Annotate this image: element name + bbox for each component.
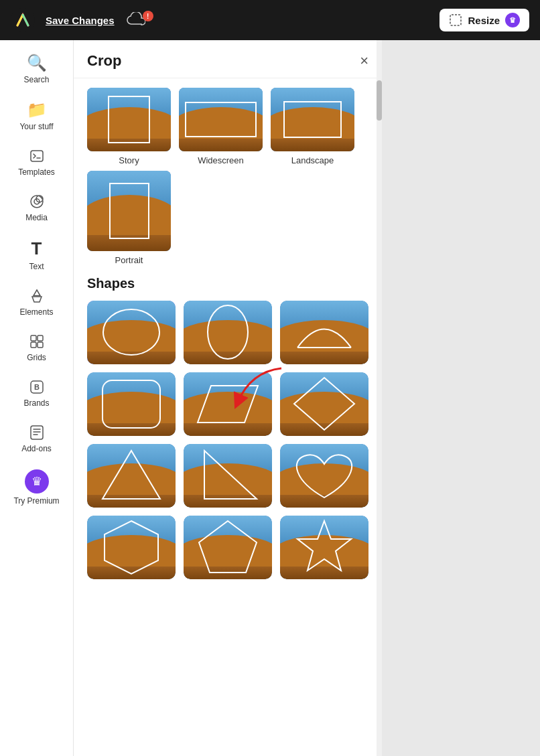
shape-item-ellipse-tall[interactable] bbox=[184, 301, 272, 364]
search-icon: 🔍 bbox=[27, 54, 47, 72]
sidebar-item-brands[interactable]: B Brands bbox=[7, 372, 67, 414]
crop-item-story[interactable]: Story bbox=[87, 88, 171, 165]
sidebar-item-text[interactable]: T Text bbox=[7, 232, 67, 278]
premium-crown: ♛ bbox=[505, 13, 520, 27]
sidebar-item-grids-label: Grids bbox=[27, 353, 46, 362]
sidebar-item-try-premium-label: Try Premium bbox=[13, 496, 59, 506]
text-icon: T bbox=[31, 238, 42, 259]
notification-badge: ! bbox=[143, 11, 153, 21]
crop-grid-portrait: Portrait bbox=[87, 171, 368, 265]
svg-rect-11 bbox=[31, 426, 43, 439]
sidebar: 🔍 Search 📁 Your stuff Templates Media T bbox=[0, 40, 74, 756]
shape-thumb-diamond bbox=[280, 372, 368, 436]
sidebar-item-your-stuff[interactable]: 📁 Your stuff bbox=[7, 94, 67, 138]
resize-label: Resize bbox=[468, 15, 500, 26]
sidebar-item-search[interactable]: 🔍 Search bbox=[7, 47, 67, 91]
shape-item-pentagon[interactable] bbox=[184, 516, 272, 579]
svg-marker-18 bbox=[103, 451, 160, 499]
sidebar-item-media[interactable]: Media bbox=[7, 186, 67, 229]
shape-item-right-triangle[interactable] bbox=[184, 444, 272, 508]
crop-item-landscape[interactable]: Landscape bbox=[271, 88, 354, 165]
crop-frame-landscape bbox=[283, 101, 342, 138]
star-frame bbox=[280, 516, 368, 579]
sidebar-item-elements-label: Elements bbox=[19, 307, 53, 317]
shapes-section: Shapes bbox=[87, 276, 368, 579]
hexagon-frame bbox=[87, 516, 176, 579]
crop-label-landscape: Landscape bbox=[291, 155, 334, 165]
diamond-frame bbox=[280, 372, 368, 436]
shape-thumb-hexagon bbox=[87, 516, 176, 579]
shapes-section-title: Shapes bbox=[87, 276, 368, 291]
grids-icon bbox=[28, 333, 46, 350]
shapes-grid bbox=[87, 301, 368, 579]
close-button[interactable]: × bbox=[360, 52, 368, 70]
crop-label-widescreen: Widescreen bbox=[198, 155, 244, 165]
elements-icon bbox=[28, 287, 46, 305]
crop-thumb-story bbox=[87, 88, 171, 151]
shape-thumb-rounded-rect bbox=[87, 372, 176, 436]
svg-text:B: B bbox=[34, 383, 40, 391]
crop-item-widescreen[interactable]: Widescreen bbox=[179, 88, 263, 165]
brands-icon: B bbox=[28, 378, 46, 396]
scrollbar-thumb[interactable] bbox=[377, 80, 382, 121]
sidebar-item-templates-label: Templates bbox=[18, 167, 55, 177]
parallelogram-frame bbox=[184, 372, 272, 436]
svg-rect-6 bbox=[38, 335, 43, 341]
shape-thumb-heart bbox=[280, 444, 368, 508]
topbar: Save Changes ! Resize ♛ bbox=[0, 0, 540, 40]
shape-item-heart[interactable] bbox=[280, 444, 368, 508]
svg-point-0 bbox=[11, 8, 35, 32]
svg-marker-20 bbox=[105, 521, 158, 574]
pentagon-frame bbox=[184, 516, 272, 579]
panel-header: Crop × bbox=[74, 40, 382, 78]
svg-rect-15 bbox=[103, 380, 160, 428]
shape-item-diamond[interactable] bbox=[280, 372, 368, 436]
shape-thumb-ellipse-wide bbox=[87, 301, 176, 364]
svg-marker-21 bbox=[199, 521, 257, 573]
panel-scroll[interactable]: Story Widescreen bbox=[74, 78, 382, 754]
svg-marker-22 bbox=[297, 521, 351, 571]
shape-item-triangle[interactable] bbox=[87, 444, 176, 508]
shape-item-hexagon[interactable] bbox=[87, 516, 176, 579]
crop-frame-widescreen bbox=[185, 102, 256, 137]
sidebar-item-search-label: Search bbox=[23, 75, 49, 84]
resize-button[interactable]: Resize ♛ bbox=[440, 9, 529, 31]
shape-item-half-ellipse[interactable] bbox=[280, 301, 368, 364]
shape-item-rounded-rect[interactable] bbox=[87, 372, 176, 436]
crop-frame-story bbox=[108, 96, 150, 143]
crop-grid-top: Story Widescreen bbox=[87, 88, 368, 165]
sidebar-item-grids[interactable]: Grids bbox=[7, 326, 67, 369]
sidebar-item-elements[interactable]: Elements bbox=[7, 281, 67, 323]
sidebar-item-templates[interactable]: Templates bbox=[7, 141, 67, 183]
crop-label-story: Story bbox=[119, 155, 139, 165]
sidebar-item-text-label: Text bbox=[29, 262, 44, 271]
shape-thumb-ellipse-tall bbox=[184, 301, 272, 364]
scrollbar-track[interactable] bbox=[377, 40, 382, 756]
save-changes-button[interactable]: Save Changes bbox=[46, 15, 115, 26]
shape-thumb-pentagon bbox=[184, 516, 272, 579]
shape-item-ellipse-wide[interactable] bbox=[87, 301, 176, 364]
ellipse-wide-frame bbox=[87, 301, 176, 364]
cloud-icon-wrap: ! bbox=[127, 12, 159, 28]
svg-marker-19 bbox=[204, 451, 257, 499]
shape-item-parallelogram[interactable] bbox=[184, 372, 272, 436]
main-layout: 🔍 Search 📁 Your stuff Templates Media T bbox=[0, 40, 540, 756]
panel-title: Crop bbox=[87, 52, 121, 70]
svg-rect-7 bbox=[31, 342, 36, 348]
sidebar-item-try-premium[interactable]: ♛ Try Premium bbox=[7, 463, 67, 512]
sidebar-item-media-label: Media bbox=[25, 213, 48, 222]
svg-marker-17 bbox=[294, 378, 354, 430]
crop-panel: Crop × Story bbox=[74, 40, 382, 756]
svg-point-13 bbox=[208, 305, 248, 359]
rounded-rect-frame bbox=[87, 372, 176, 436]
svg-rect-1 bbox=[450, 15, 461, 25]
crop-item-portrait[interactable]: Portrait bbox=[87, 171, 171, 265]
svg-point-12 bbox=[103, 309, 159, 355]
shape-item-star[interactable] bbox=[280, 516, 368, 579]
sidebar-item-add-ons[interactable]: Add-ons bbox=[7, 417, 67, 460]
crop-options-top: Story Widescreen bbox=[87, 88, 368, 265]
sidebar-item-add-ons-label: Add-ons bbox=[21, 444, 52, 453]
add-ons-icon bbox=[28, 424, 46, 441]
shape-thumb-triangle bbox=[87, 444, 176, 508]
shape-thumb-half-ellipse bbox=[280, 301, 368, 364]
